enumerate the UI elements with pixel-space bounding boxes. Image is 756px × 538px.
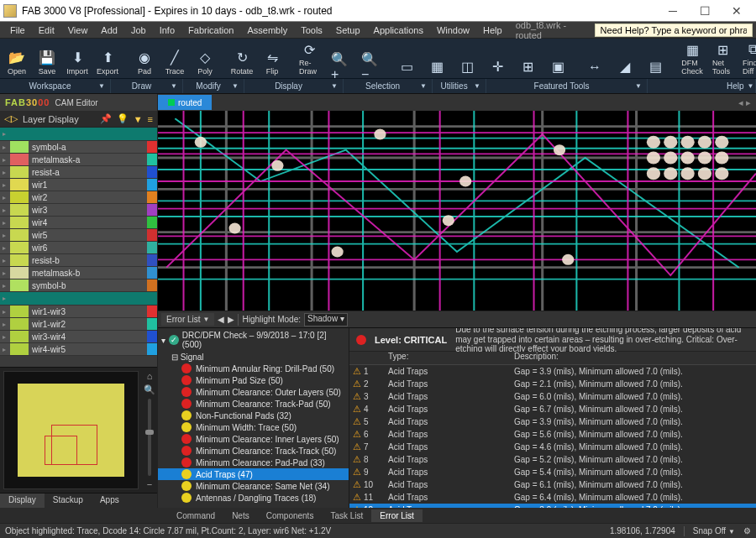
prev-error-button[interactable]: ◀	[218, 315, 224, 324]
highlight-mode-select[interactable]: Shadow ▾	[304, 313, 348, 326]
zoom-slider[interactable]	[148, 399, 151, 476]
expand-icon[interactable]: ◁▷	[4, 113, 18, 124]
layer-symbol-b[interactable]: ▸symbol-b	[0, 279, 157, 292]
drc-check[interactable]: Minimum Clearance: Pad-Pad (33)	[158, 457, 349, 468]
drc-check[interactable]: Minimum Clearance: Same Net (34)	[158, 480, 349, 492]
pcb-canvas[interactable]	[158, 111, 756, 311]
error-row[interactable]: ⚠7Acid TrapsGap = 4.6 (mils), Minimum al…	[349, 441, 756, 453]
error-row[interactable]: ⚠3Acid TrapsGap = 6.0 (mils), Minimum al…	[349, 390, 756, 403]
layer-symbol-a[interactable]: ▸symbol-a	[0, 141, 157, 154]
pin-icon[interactable]: 📌	[100, 113, 112, 124]
toolbar-btn24[interactable]: ◢	[612, 40, 638, 77]
drc-signal-node[interactable]: ⊟ Signal	[158, 352, 349, 363]
group-workspace[interactable]: Workspace▼	[0, 79, 111, 93]
error-row[interactable]: ⚠8Acid TrapsGap = 5.2 (mils), Minimum al…	[349, 453, 756, 466]
error-row[interactable]: ⚠11Acid TrapsGap = 6.4 (mils), Minimum a…	[349, 491, 756, 504]
drc-check[interactable]: Minimum Annular Ring: Drill-Pad (50)	[158, 363, 349, 374]
menu-edit[interactable]: Edit	[32, 24, 61, 37]
error-row[interactable]: ⚠9Acid TrapsGap = 5.4 (mils), Minimum al…	[349, 466, 756, 478]
toolbar-btn21[interactable]: ▣	[544, 40, 571, 77]
group-featured-tools[interactable]: Featured Tools▼	[486, 79, 648, 93]
zoom-out-icon[interactable]: −	[147, 479, 152, 489]
toolbar-save[interactable]: 💾Save	[34, 40, 60, 77]
layer-wir3[interactable]: ▸wir3	[0, 204, 157, 217]
drc-root[interactable]: ▾✓DRC/DFM Check – 9/9/2018 – 17:0 [2] (5…	[158, 328, 349, 352]
layer-wir1[interactable]: ▸wir1	[0, 179, 157, 191]
next-error-button[interactable]: ▶	[228, 315, 234, 324]
layer-metalmask-a[interactable]: ▸metalmask-a	[0, 154, 157, 166]
layer-header[interactable]: ▸	[0, 292, 157, 306]
error-row[interactable]: ⚠2Acid TrapsGap = 2.1 (mils), Minimum al…	[349, 378, 756, 390]
close-button[interactable]: ✕	[721, 0, 753, 22]
toolbar-dfm-check[interactable]: ▦DFM Check	[679, 40, 706, 77]
group-draw[interactable]: Draw▼	[111, 79, 183, 93]
menu-tools[interactable]: Tools	[294, 24, 329, 37]
layer-wir6[interactable]: ▸wir6	[0, 242, 157, 254]
error-row[interactable]: ⚠1Acid TrapsGap = 3.9 (mils), Minimum al…	[349, 365, 756, 378]
group-help[interactable]: Help▼	[722, 79, 756, 93]
sidebar-tab-stackup[interactable]: Stackup	[45, 494, 92, 508]
toolbar-btn13[interactable]: 🔍+	[326, 40, 353, 77]
sidebar-tab-apps[interactable]: Apps	[92, 494, 128, 508]
layer-wir2[interactable]: ▸wir2	[0, 191, 157, 204]
layer-metalmask-b[interactable]: ▸metalmask-b	[0, 267, 157, 279]
drc-check[interactable]: Non-Functional Pads (32)	[158, 410, 349, 421]
error-row[interactable]: ⚠6Acid TrapsGap = 5.6 (mils), Minimum al…	[349, 428, 756, 441]
toolbar-btn17[interactable]: ▦	[423, 40, 450, 77]
toolbar-import[interactable]: ⬇Import	[64, 40, 91, 77]
group-modify[interactable]: Modify▼	[183, 79, 244, 93]
drc-check[interactable]: Minimum Width: Trace (50)	[158, 421, 349, 433]
filter-icon[interactable]: ▼	[134, 114, 143, 124]
toolbar-btn25[interactable]: ▤	[642, 40, 669, 77]
menu-setup[interactable]: Setup	[329, 24, 367, 37]
snap-toggle[interactable]: Snap Off▼	[685, 526, 743, 535]
status-settings-icon[interactable]: ⚙	[743, 526, 751, 535]
drc-check[interactable]: Minimum Pad Size (50)	[158, 374, 349, 386]
toolbar-btn19[interactable]: ✛	[484, 40, 511, 77]
layer-header[interactable]: ▸	[0, 128, 157, 141]
drc-check[interactable]: Antennas / Dangling Traces (18)	[158, 492, 349, 504]
toolbar-pad[interactable]: ◉Pad	[131, 40, 158, 77]
menu-assembly[interactable]: Assembly	[240, 24, 294, 37]
menu-applications[interactable]: Applications	[367, 24, 430, 37]
toolbar-flip[interactable]: ⇋Flip	[259, 40, 286, 77]
toolbar-export[interactable]: ⬆Export	[94, 40, 121, 77]
toolbar-poly[interactable]: ◇Poly	[192, 40, 218, 77]
preview-canvas[interactable]	[3, 371, 139, 489]
group-selection[interactable]: Selection▼	[344, 79, 433, 93]
drc-check[interactable]: Minimum Clearance: Track-Pad (50)	[158, 398, 349, 410]
settings-icon[interactable]: ≡	[148, 114, 153, 124]
layer-wir4[interactable]: ▸wir4	[0, 217, 157, 229]
error-list-label[interactable]: Error List ▼	[161, 313, 214, 326]
minimize-button[interactable]: ─	[657, 0, 689, 22]
error-row[interactable]: ⚠12Acid TrapsGap = 3.9 (mils), Minimum a…	[349, 504, 756, 508]
toolbar-btn16[interactable]: ▭	[393, 40, 420, 77]
drc-check[interactable]: Minimum Clearance: Outer Layers (50)	[158, 386, 349, 398]
help-search-input[interactable]	[595, 24, 753, 37]
menu-help[interactable]: Help	[476, 24, 509, 37]
group-display[interactable]: Display▼	[244, 79, 344, 93]
menu-view[interactable]: View	[61, 24, 95, 37]
cmd-tab-task-list[interactable]: Task List	[322, 509, 371, 522]
layer-resist-b[interactable]: ▸resist-b	[0, 254, 157, 267]
error-row[interactable]: ⚠4Acid TrapsGap = 6.7 (mils), Minimum al…	[349, 403, 756, 415]
group-utilities[interactable]: Utilities▼	[433, 79, 486, 93]
menu-file[interactable]: File	[3, 24, 32, 37]
drc-check[interactable]: Minimum Clearance: Track-Track (50)	[158, 445, 349, 457]
toolbar-open[interactable]: 📂Open	[3, 40, 30, 77]
toolbar-trace[interactable]: ╱Trace	[161, 40, 188, 77]
toolbar-btn18[interactable]: ◫	[454, 40, 480, 77]
menu-add[interactable]: Add	[94, 24, 124, 37]
tab-nav[interactable]: ◂ ▸	[733, 97, 756, 108]
menu-job[interactable]: Job	[124, 24, 153, 37]
cmd-tab-command[interactable]: Command	[168, 509, 223, 522]
menu-window[interactable]: Window	[430, 24, 476, 37]
maximize-button[interactable]: ☐	[689, 0, 721, 22]
tab-routed[interactable]: routed	[158, 95, 212, 110]
layer-wir1-wir3[interactable]: ▸wir1-wir3	[0, 306, 157, 318]
error-row[interactable]: ⚠10Acid TrapsGap = 6.1 (mils), Minimum a…	[349, 478, 756, 491]
toolbar-re-draw[interactable]: ⟳Re-Draw	[296, 40, 323, 77]
home-icon[interactable]: ⌂	[147, 371, 153, 381]
menu-info[interactable]: Info	[153, 24, 181, 37]
toolbar-btn23[interactable]: ↔	[581, 40, 608, 77]
